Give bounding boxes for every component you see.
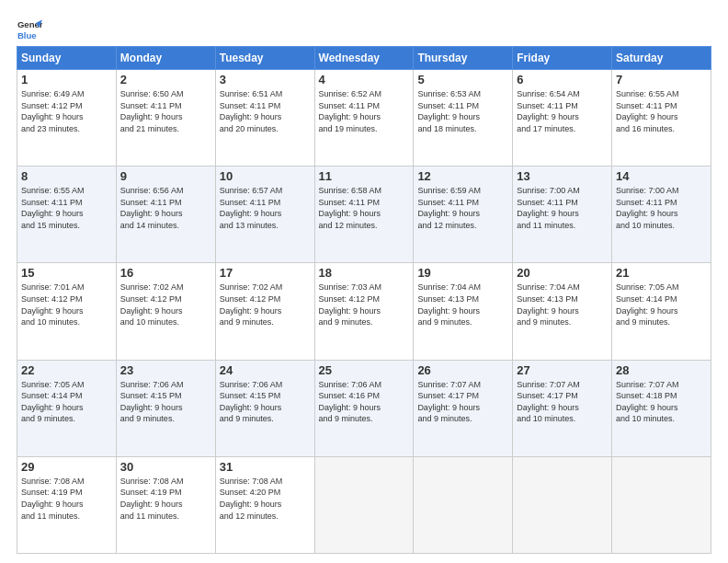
day-cell-3: 3Sunrise: 6:51 AM Sunset: 4:11 PM Daylig…: [215, 70, 314, 167]
day-number: 26: [417, 363, 508, 377]
day-cell-9: 9Sunrise: 6:56 AM Sunset: 4:11 PM Daylig…: [116, 167, 215, 263]
day-info: Sunrise: 6:58 AM Sunset: 4:11 PM Dayligh…: [319, 185, 410, 231]
day-number: 27: [517, 363, 608, 377]
day-cell-8: 8Sunrise: 6:55 AM Sunset: 4:11 PM Daylig…: [17, 167, 117, 263]
day-number: 12: [417, 169, 508, 183]
day-number: 30: [120, 460, 211, 474]
day-cell-10: 10Sunrise: 6:57 AM Sunset: 4:11 PM Dayli…: [215, 167, 314, 263]
day-info: Sunrise: 6:55 AM Sunset: 4:11 PM Dayligh…: [616, 88, 707, 134]
day-info: Sunrise: 6:54 AM Sunset: 4:11 PM Dayligh…: [517, 88, 608, 134]
day-cell-28: 28Sunrise: 7:07 AM Sunset: 4:18 PM Dayli…: [612, 360, 711, 456]
calendar-week-1: 1Sunrise: 6:49 AM Sunset: 4:12 PM Daylig…: [17, 70, 711, 167]
day-cell-11: 11Sunrise: 6:58 AM Sunset: 4:11 PM Dayli…: [314, 167, 414, 263]
header-row: General Blue: [17, 17, 711, 42]
day-number: 20: [517, 266, 608, 280]
day-cell-24: 24Sunrise: 7:06 AM Sunset: 4:15 PM Dayli…: [215, 360, 314, 456]
day-cell-16: 16Sunrise: 7:02 AM Sunset: 4:12 PM Dayli…: [116, 263, 215, 360]
day-info: Sunrise: 7:06 AM Sunset: 4:15 PM Dayligh…: [120, 379, 211, 425]
page-container: General Blue SundayMondayTuesdayWednesda…: [0, 0, 728, 563]
calendar-week-4: 22Sunrise: 7:05 AM Sunset: 4:14 PM Dayli…: [17, 360, 711, 456]
calendar-table: SundayMondayTuesdayWednesdayThursdayFrid…: [17, 46, 711, 554]
day-cell-21: 21Sunrise: 7:05 AM Sunset: 4:14 PM Dayli…: [612, 263, 711, 360]
day-info: Sunrise: 6:57 AM Sunset: 4:11 PM Dayligh…: [220, 185, 311, 231]
header-row-days: SundayMondayTuesdayWednesdayThursdayFrid…: [17, 47, 711, 70]
calendar-week-5: 29Sunrise: 7:08 AM Sunset: 4:19 PM Dayli…: [17, 456, 711, 553]
day-number: 2: [120, 73, 211, 86]
day-info: Sunrise: 7:08 AM Sunset: 4:19 PM Dayligh…: [120, 476, 211, 522]
day-cell-18: 18Sunrise: 7:03 AM Sunset: 4:12 PM Dayli…: [314, 263, 414, 360]
day-number: 6: [517, 73, 608, 86]
day-header-friday: Friday: [513, 47, 612, 70]
day-number: 23: [120, 363, 211, 377]
day-header-monday: Monday: [116, 47, 215, 70]
day-number: 14: [616, 169, 707, 183]
day-number: 16: [120, 266, 211, 280]
day-info: Sunrise: 7:00 AM Sunset: 4:11 PM Dayligh…: [517, 185, 608, 231]
day-info: Sunrise: 7:03 AM Sunset: 4:12 PM Dayligh…: [319, 282, 410, 327]
day-number: 8: [21, 169, 112, 183]
day-number: 29: [21, 460, 112, 474]
day-info: Sunrise: 6:56 AM Sunset: 4:11 PM Dayligh…: [120, 185, 211, 231]
day-header-tuesday: Tuesday: [215, 47, 314, 70]
svg-text:Blue: Blue: [17, 30, 37, 40]
calendar-week-2: 8Sunrise: 6:55 AM Sunset: 4:11 PM Daylig…: [17, 167, 711, 263]
day-cell-23: 23Sunrise: 7:06 AM Sunset: 4:15 PM Dayli…: [116, 360, 215, 456]
day-cell-12: 12Sunrise: 6:59 AM Sunset: 4:11 PM Dayli…: [414, 167, 513, 263]
empty-cell: [414, 456, 513, 553]
day-info: Sunrise: 7:02 AM Sunset: 4:12 PM Dayligh…: [120, 282, 211, 327]
day-number: 24: [220, 363, 311, 377]
day-number: 7: [616, 73, 707, 86]
day-number: 9: [120, 169, 211, 183]
day-info: Sunrise: 7:04 AM Sunset: 4:13 PM Dayligh…: [417, 282, 508, 327]
day-cell-30: 30Sunrise: 7:08 AM Sunset: 4:19 PM Dayli…: [116, 456, 215, 553]
day-info: Sunrise: 7:06 AM Sunset: 4:16 PM Dayligh…: [319, 379, 410, 425]
day-number: 4: [319, 73, 410, 86]
day-cell-14: 14Sunrise: 7:00 AM Sunset: 4:11 PM Dayli…: [612, 167, 711, 263]
day-header-saturday: Saturday: [612, 47, 711, 70]
day-number: 3: [220, 73, 311, 86]
day-info: Sunrise: 6:53 AM Sunset: 4:11 PM Dayligh…: [417, 88, 508, 134]
day-cell-31: 31Sunrise: 7:08 AM Sunset: 4:20 PM Dayli…: [215, 456, 314, 553]
day-info: Sunrise: 7:04 AM Sunset: 4:13 PM Dayligh…: [517, 282, 608, 327]
empty-cell: [314, 456, 414, 553]
day-cell-7: 7Sunrise: 6:55 AM Sunset: 4:11 PM Daylig…: [612, 70, 711, 167]
day-info: Sunrise: 7:06 AM Sunset: 4:15 PM Dayligh…: [220, 379, 311, 425]
day-cell-29: 29Sunrise: 7:08 AM Sunset: 4:19 PM Dayli…: [17, 456, 117, 553]
day-info: Sunrise: 6:55 AM Sunset: 4:11 PM Dayligh…: [21, 185, 112, 231]
day-info: Sunrise: 7:02 AM Sunset: 4:12 PM Dayligh…: [220, 282, 311, 327]
logo-icon: General Blue: [17, 17, 42, 42]
day-header-wednesday: Wednesday: [314, 47, 414, 70]
day-number: 25: [319, 363, 410, 377]
day-cell-15: 15Sunrise: 7:01 AM Sunset: 4:12 PM Dayli…: [17, 263, 117, 360]
day-info: Sunrise: 6:50 AM Sunset: 4:11 PM Dayligh…: [120, 88, 211, 134]
day-info: Sunrise: 7:08 AM Sunset: 4:20 PM Dayligh…: [220, 476, 311, 522]
day-cell-6: 6Sunrise: 6:54 AM Sunset: 4:11 PM Daylig…: [513, 70, 612, 167]
day-info: Sunrise: 7:01 AM Sunset: 4:12 PM Dayligh…: [21, 282, 112, 327]
day-cell-13: 13Sunrise: 7:00 AM Sunset: 4:11 PM Dayli…: [513, 167, 612, 263]
calendar-week-3: 15Sunrise: 7:01 AM Sunset: 4:12 PM Dayli…: [17, 263, 711, 360]
day-info: Sunrise: 6:59 AM Sunset: 4:11 PM Dayligh…: [417, 185, 508, 231]
day-number: 13: [517, 169, 608, 183]
day-cell-19: 19Sunrise: 7:04 AM Sunset: 4:13 PM Dayli…: [414, 263, 513, 360]
day-number: 22: [21, 363, 112, 377]
day-info: Sunrise: 7:07 AM Sunset: 4:17 PM Dayligh…: [517, 379, 608, 425]
day-info: Sunrise: 6:52 AM Sunset: 4:11 PM Dayligh…: [319, 88, 410, 134]
day-number: 5: [417, 73, 508, 86]
day-info: Sunrise: 6:51 AM Sunset: 4:11 PM Dayligh…: [220, 88, 311, 134]
day-number: 28: [616, 363, 707, 377]
day-cell-5: 5Sunrise: 6:53 AM Sunset: 4:11 PM Daylig…: [414, 70, 513, 167]
day-info: Sunrise: 6:49 AM Sunset: 4:12 PM Dayligh…: [21, 88, 112, 134]
day-number: 11: [319, 169, 410, 183]
day-info: Sunrise: 7:07 AM Sunset: 4:17 PM Dayligh…: [417, 379, 508, 425]
day-number: 21: [616, 266, 707, 280]
day-header-sunday: Sunday: [17, 47, 117, 70]
day-cell-1: 1Sunrise: 6:49 AM Sunset: 4:12 PM Daylig…: [17, 70, 117, 167]
day-number: 17: [220, 266, 311, 280]
day-number: 31: [220, 460, 311, 474]
day-number: 1: [21, 73, 112, 86]
day-cell-25: 25Sunrise: 7:06 AM Sunset: 4:16 PM Dayli…: [314, 360, 414, 456]
empty-cell: [612, 456, 711, 553]
day-cell-17: 17Sunrise: 7:02 AM Sunset: 4:12 PM Dayli…: [215, 263, 314, 360]
day-info: Sunrise: 7:00 AM Sunset: 4:11 PM Dayligh…: [616, 185, 707, 231]
day-number: 10: [220, 169, 311, 183]
